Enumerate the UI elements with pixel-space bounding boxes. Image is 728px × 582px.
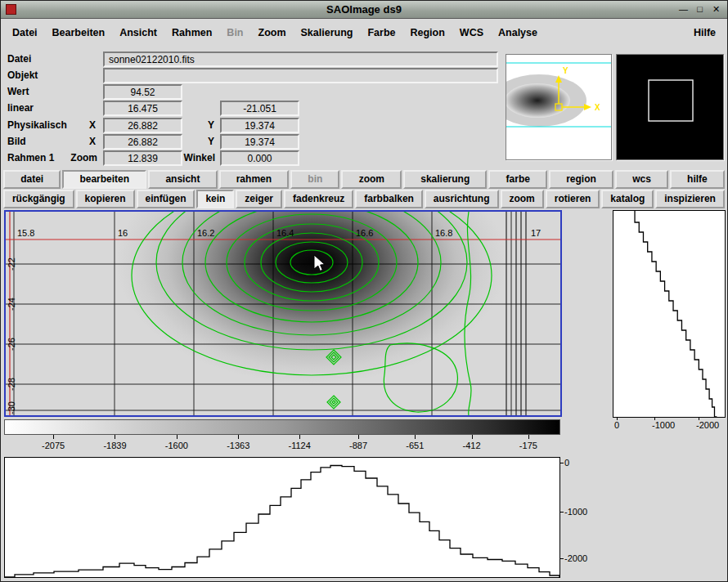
menu-ansicht[interactable]: Ansicht <box>112 27 164 38</box>
tb-kein[interactable]: kein <box>196 190 234 208</box>
toolbar-menus: datei bearbeiten ansicht rahmen bin zoom… <box>1 170 727 189</box>
tb-farbe[interactable]: farbe <box>488 170 547 189</box>
value-field[interactable]: 94.52 <box>103 84 182 100</box>
tb-ansicht[interactable]: ansicht <box>148 170 217 189</box>
minimize-icon[interactable]: — <box>676 3 690 16</box>
angle-label: Winkel <box>179 150 215 166</box>
zoom-field[interactable]: 12.839 <box>103 150 182 166</box>
svg-text:16.2: 16.2 <box>197 228 214 238</box>
tb-rueckgaengig[interactable]: rückgängig <box>3 190 74 208</box>
magnifier-panel: Y X <box>506 54 612 160</box>
h-axis-tick-2: -2000 <box>564 553 587 563</box>
svg-text:-22: -22 <box>7 257 16 271</box>
object-field[interactable] <box>103 68 498 83</box>
zoom-label: Zoom <box>66 150 97 166</box>
svg-text:16.4: 16.4 <box>276 228 294 238</box>
tb-zoom2[interactable]: zoom <box>501 190 544 208</box>
menu-hilfe[interactable]: Hilfe <box>686 27 723 38</box>
magnifier-view: Y X <box>506 55 611 159</box>
value-label: Wert <box>7 84 29 100</box>
menu-analyse[interactable]: Analyse <box>491 27 545 38</box>
svg-text:-24: -24 <box>7 298 16 311</box>
svg-text:16.8: 16.8 <box>435 228 452 238</box>
wcs-label: linear <box>7 101 34 116</box>
cbar-tick: -1600 <box>165 441 188 450</box>
menu-farbe[interactable]: Farbe <box>360 27 402 38</box>
svg-text:-30: -30 <box>7 401 16 414</box>
v-axis-tick-0: 0 <box>614 420 619 430</box>
panner-view[interactable] <box>617 55 723 159</box>
tb-region[interactable]: region <box>549 170 613 189</box>
sky-image-canvas[interactable]: 15.8 16 16.2 16.4 16.6 16.8 17 -22 -24 -… <box>6 212 560 415</box>
tb-zoom[interactable]: zoom <box>341 170 402 189</box>
physical-y-field[interactable]: 19.374 <box>220 118 299 133</box>
tb-inspizieren[interactable]: inspizieren <box>655 190 725 208</box>
menu-datei[interactable]: Datei <box>5 27 45 38</box>
compass-y-label: Y <box>563 66 568 75</box>
physical-x-label: X <box>86 118 99 133</box>
menu-rahmen[interactable]: Rahmen <box>164 27 219 38</box>
cbar-tick: -175 <box>519 441 537 450</box>
tb-einfuegen[interactable]: einfügen <box>137 190 195 208</box>
h-axis-tick-0: 0 <box>564 458 569 468</box>
close-icon[interactable]: ✕ <box>709 3 723 16</box>
tb-rotieren[interactable]: rotieren <box>546 190 600 208</box>
angle-field[interactable]: 0.000 <box>220 150 299 166</box>
v-axis-tick-1: -1000 <box>652 420 675 430</box>
physical-x-field[interactable]: 26.882 <box>103 118 182 133</box>
h-axis-tick-1: -1000 <box>564 507 587 517</box>
svg-text:17: 17 <box>531 228 541 238</box>
tb-wcs[interactable]: wcs <box>615 170 668 189</box>
vertical-profile-svg <box>613 211 725 417</box>
horizontal-profile-svg <box>5 458 559 577</box>
svg-text:-28: -28 <box>7 378 16 391</box>
tb-zeiger[interactable]: zeiger <box>236 190 282 208</box>
tb-ausrichtung[interactable]: ausrichtung <box>425 190 499 208</box>
image-y-label: Y <box>204 134 218 150</box>
wcs-y-field[interactable]: -21.051 <box>220 101 299 116</box>
tb-skalierung[interactable]: skalierung <box>403 170 487 189</box>
menu-wcs[interactable]: WCS <box>452 27 491 38</box>
cbar-tick: -2075 <box>42 441 65 450</box>
maximize-icon[interactable]: □ <box>693 3 707 16</box>
image-x-field[interactable]: 26.882 <box>103 134 182 150</box>
cbar-tick: -412 <box>463 441 481 450</box>
vertical-profile-plot <box>613 210 726 418</box>
tb-rahmen[interactable]: rahmen <box>219 170 290 189</box>
window-controls: — □ ✕ <box>676 3 727 16</box>
menubar: Datei Bearbeiten Ansicht Rahmen Bin Zoom… <box>1 20 727 45</box>
tb-datei[interactable]: datei <box>3 170 61 189</box>
colorbar-labels: -2075 -1839 -1600 -1363 -1124 -887 -651 … <box>4 441 560 450</box>
menu-skalierung[interactable]: Skalierung <box>294 27 361 38</box>
file-field[interactable]: sonne02122010.fits <box>103 51 498 67</box>
wcs-x-field[interactable]: 16.475 <box>103 101 182 116</box>
vertical-profile-axis: 0 -1000 -2000 <box>613 420 726 432</box>
menu-bearbeiten[interactable]: Bearbeiten <box>45 27 113 38</box>
magnified-blob <box>506 83 570 118</box>
tb-katalog[interactable]: katalog <box>601 190 654 208</box>
tb-bin: bin <box>290 170 339 189</box>
cbar-tick: -1124 <box>289 441 311 450</box>
ds9-window: SAOImage ds9 — □ ✕ Datei Bearbeiten Ansi… <box>0 0 728 582</box>
panner-viewport-box[interactable] <box>649 80 693 121</box>
menu-region[interactable]: Region <box>403 27 452 38</box>
svg-text:-26: -26 <box>7 338 16 351</box>
svg-text:16.6: 16.6 <box>356 228 373 238</box>
tb-farbbalken[interactable]: farbbalken <box>355 190 423 208</box>
compass-x-label: X <box>595 103 600 112</box>
titlebar[interactable]: SAOImage ds9 — □ ✕ <box>1 1 727 19</box>
image-x-label: X <box>86 134 99 150</box>
tb-bearbeiten[interactable]: bearbeiten <box>62 170 146 189</box>
image-y-field[interactable]: 19.374 <box>220 134 299 150</box>
file-label: Datei <box>7 51 31 67</box>
menu-zoom[interactable]: Zoom <box>251 27 294 38</box>
window-title: SAOImage ds9 <box>1 3 727 16</box>
tb-hilfe[interactable]: hilfe <box>670 170 725 189</box>
panner-panel[interactable] <box>616 54 724 160</box>
tb-kopieren[interactable]: kopieren <box>76 190 135 208</box>
cbar-tick: -1839 <box>103 441 126 450</box>
tb-fadenkreuz[interactable]: fadenkreuz <box>284 190 353 208</box>
cbar-tick: -1363 <box>227 441 249 450</box>
image-frame: 15.8 16 16.2 16.4 16.6 16.8 17 -22 -24 -… <box>4 210 562 417</box>
colorbar[interactable] <box>4 419 560 435</box>
